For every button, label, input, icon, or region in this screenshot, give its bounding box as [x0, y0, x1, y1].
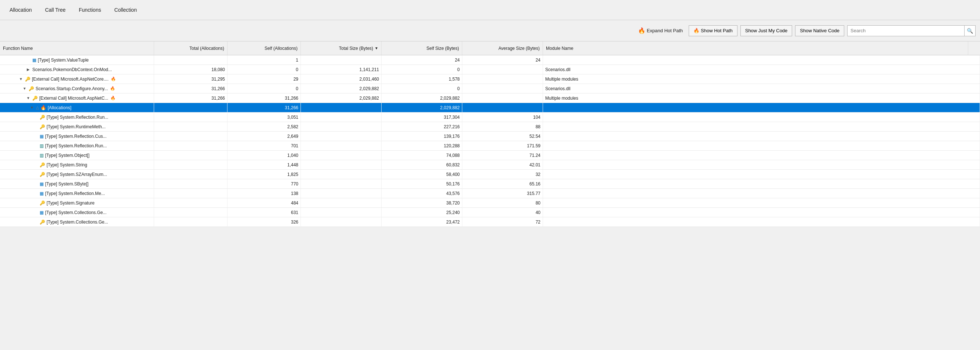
- col-header-total-size[interactable]: Total Size (Bytes) ▼: [301, 41, 382, 55]
- search-input[interactable]: [848, 26, 964, 36]
- fn-label: Scenarios.PokemonDbContext.OnMod...: [32, 67, 112, 72]
- hot-path-row-icon: 🔥: [110, 86, 115, 91]
- self-size-cell: 38,720: [382, 198, 462, 207]
- table-row[interactable]: 🔑 [Type] System.Signature 484 38,720 80: [0, 198, 980, 208]
- table-row[interactable]: ▥ [Type] System.Reflection.Run... 701 12…: [0, 141, 980, 150]
- fn-label: Scenarios.Startup.Configure.Anony...: [36, 86, 108, 91]
- module-cell: Multiple modules: [543, 74, 980, 84]
- self-alloc-cell: 1: [228, 55, 301, 65]
- row-icon-orange: 🔑: [40, 201, 45, 206]
- fn-cell: 🔑 [Type] System.String: [0, 160, 154, 169]
- search-box[interactable]: 🔍: [847, 25, 975, 36]
- table-row[interactable]: ▦ [Type] System.SByte[] 770 50,176 65.16: [0, 179, 980, 189]
- table-row[interactable]: 🔑 [Type] System.RuntimeMeth... 2,582 227…: [0, 122, 980, 131]
- toolbar: 🔥 Expand Hot Path 🔥 Show Hot Path Show J…: [0, 20, 980, 41]
- tab-functions[interactable]: Functions: [72, 2, 108, 18]
- collapse-btn[interactable]: ▼: [29, 105, 35, 110]
- table-row[interactable]: ▼ △ 🔥 [Allocations] 31,266 2,029,882: [0, 103, 980, 112]
- avg-size-cell: [462, 74, 543, 84]
- total-alloc-cell: [154, 198, 228, 207]
- fn-cell: ▼ 🔑 [External Call] Microsoft.AspNetCore…: [0, 74, 154, 84]
- expand-btn[interactable]: ▶: [26, 67, 31, 72]
- fn-label: [Type] System.Reflection.Me...: [45, 191, 105, 196]
- fn-cell: 🔑 [Type] System.SZArrayEnum...: [0, 170, 154, 179]
- show-just-my-code-button[interactable]: Show Just My Code: [740, 25, 792, 36]
- avg-size-cell: 104: [462, 112, 543, 122]
- row-icon-orange: 🔑: [40, 124, 45, 129]
- total-alloc-cell: [154, 131, 228, 141]
- col-header-fn: Function Name: [0, 41, 154, 55]
- table-row[interactable]: 🔑 [Type] System.String 1,448 60,832 42.0…: [0, 160, 980, 170]
- table-row[interactable]: ▶ Scenarios.PokemonDbContext.OnMod... 18…: [0, 65, 980, 74]
- avg-size-cell: 40: [462, 208, 543, 217]
- total-alloc-cell: [154, 150, 228, 160]
- total-alloc-cell: 31,266: [154, 84, 228, 93]
- module-cell: [543, 122, 980, 131]
- table-row[interactable]: ▼ 🔑 [External Call] Microsoft.AspNetCore…: [0, 74, 980, 84]
- table-row[interactable]: ▦ [Type] System.Reflection.Cus... 2,649 …: [0, 131, 980, 141]
- table-row[interactable]: 🔑 [Type] System.Collections.Ge... 326 23…: [0, 217, 980, 227]
- tab-collection[interactable]: Collection: [108, 2, 143, 18]
- total-alloc-cell: [154, 122, 228, 131]
- col-header-avg-size[interactable]: Average Size (Bytes): [462, 41, 543, 55]
- row-icon-orange: 🔑: [40, 220, 45, 225]
- total-size-cell: [301, 198, 382, 207]
- show-native-code-button[interactable]: Show Native Code: [795, 25, 844, 36]
- avg-size-cell: 24: [462, 55, 543, 65]
- table-body[interactable]: ▦ [Type] System.ValueTuple 1 24 24 ▶ Sce…: [0, 55, 980, 350]
- module-cell: [543, 198, 980, 207]
- table-row[interactable]: ▼ 🔑 [External Call] Microsoft.AspNetC...…: [0, 93, 980, 103]
- avg-size-cell: 88: [462, 122, 543, 131]
- table-row[interactable]: 🔑 [Type] System.SZArrayEnum... 1,825 58,…: [0, 170, 980, 179]
- fn-label: [External Call] Microsoft.AspNetCore....: [32, 77, 108, 82]
- module-cell: Scenarios.dll: [543, 65, 980, 74]
- search-icon[interactable]: 🔍: [964, 25, 975, 36]
- module-cell: [543, 112, 980, 122]
- self-size-cell: 227,216: [382, 122, 462, 131]
- fn-label: [Type] System.Reflection.Cus...: [45, 134, 107, 139]
- table-row[interactable]: ▦ [Type] System.ValueTuple 1 24 24: [0, 55, 980, 65]
- tab-call-tree[interactable]: Call Tree: [38, 2, 72, 18]
- total-size-cell: 1,141,211: [301, 65, 382, 74]
- col-header-module: Module Name: [543, 41, 968, 55]
- self-alloc-cell: 1,040: [228, 150, 301, 160]
- self-size-cell: 43,576: [382, 189, 462, 198]
- table-row[interactable]: 🔑 [Type] System.Reflection.Run... 3,051 …: [0, 112, 980, 122]
- total-size-cell: [301, 160, 382, 169]
- collapse-btn[interactable]: ▼: [22, 86, 27, 91]
- total-alloc-cell: [154, 208, 228, 217]
- col-header-total-alloc[interactable]: Total (Allocations): [154, 41, 228, 55]
- table-row[interactable]: ▥ [Type] System.Object[] 1,040 74,088 71…: [0, 150, 980, 160]
- avg-size-cell: [462, 93, 543, 103]
- self-size-cell: 0: [382, 84, 462, 93]
- col-header-self-size[interactable]: Self Size (Bytes): [382, 41, 462, 55]
- fn-label: [Type] System.Collections.Ge...: [46, 220, 108, 225]
- collapse-btn[interactable]: ▼: [26, 96, 31, 101]
- total-alloc-cell: [154, 55, 228, 65]
- show-native-code-label: Show Native Code: [800, 28, 840, 33]
- fn-cell: ▦ [Type] System.Reflection.Me...: [0, 189, 154, 198]
- tab-allocation[interactable]: Allocation: [3, 2, 38, 18]
- col-header-self-alloc[interactable]: Self (Allocations): [228, 41, 301, 55]
- collapse-btn[interactable]: ▼: [18, 77, 24, 82]
- fn-cell: 🔑 [Type] System.Collections.Ge...: [0, 217, 154, 226]
- total-size-cell: [301, 103, 382, 112]
- fn-cell: ▼ △ 🔥 [Allocations]: [0, 103, 154, 112]
- module-cell: [543, 131, 980, 141]
- table-row[interactable]: ▦ [Type] System.Reflection.Me... 138 43,…: [0, 189, 980, 198]
- self-size-cell: 120,288: [382, 141, 462, 150]
- self-alloc-cell: 29: [228, 74, 301, 84]
- total-alloc-cell: [154, 170, 228, 179]
- self-size-cell: 60,832: [382, 160, 462, 169]
- table-row[interactable]: ▦ [Type] System.Collections.Ge... 631 25…: [0, 208, 980, 217]
- table-row[interactable]: ▼ 🔑 Scenarios.Startup.Configure.Anony...…: [0, 84, 980, 93]
- fn-cell: ▦ [Type] System.Collections.Ge...: [0, 208, 154, 217]
- fn-cell: ▶ Scenarios.PokemonDbContext.OnMod...: [0, 65, 154, 74]
- sort-arrow-total-size: ▼: [375, 46, 378, 50]
- table-container: Function Name Total (Allocations) Self (…: [0, 41, 980, 350]
- module-cell: Scenarios.dll: [543, 84, 980, 93]
- self-size-cell: 2,029,882: [382, 93, 462, 103]
- top-nav: Allocation Call Tree Functions Collectio…: [0, 0, 980, 20]
- show-hot-path-button[interactable]: 🔥 Show Hot Path: [689, 25, 738, 36]
- avg-size-cell: 315.77: [462, 189, 543, 198]
